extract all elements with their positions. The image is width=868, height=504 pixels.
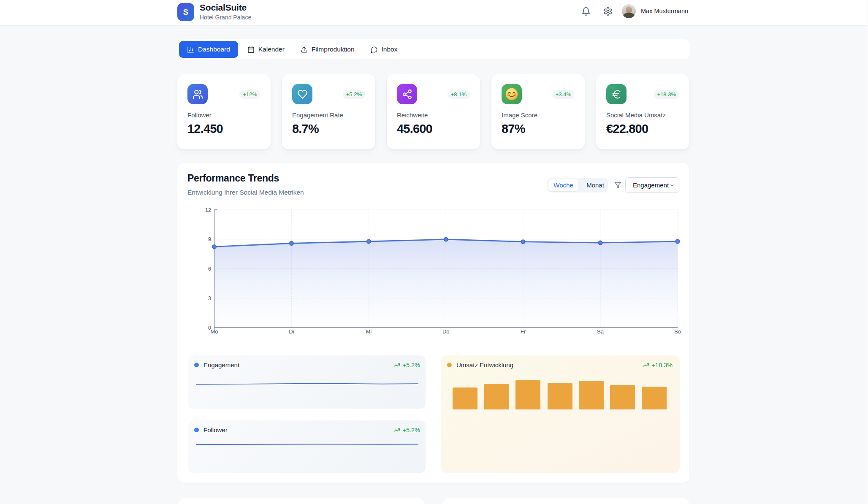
svg-text:12: 12: [205, 207, 211, 213]
svg-text:Mo: Mo: [210, 328, 218, 335]
svg-text:Mi: Mi: [366, 328, 372, 335]
svg-text:So: So: [674, 328, 681, 335]
svg-text:6: 6: [208, 266, 211, 272]
svg-text:Do: Do: [442, 328, 450, 335]
svg-text:Di: Di: [289, 328, 294, 335]
svg-text:Fr: Fr: [521, 328, 526, 335]
svg-text:Sa: Sa: [597, 328, 604, 335]
svg-text:9: 9: [208, 236, 211, 242]
svg-text:3: 3: [208, 295, 211, 301]
